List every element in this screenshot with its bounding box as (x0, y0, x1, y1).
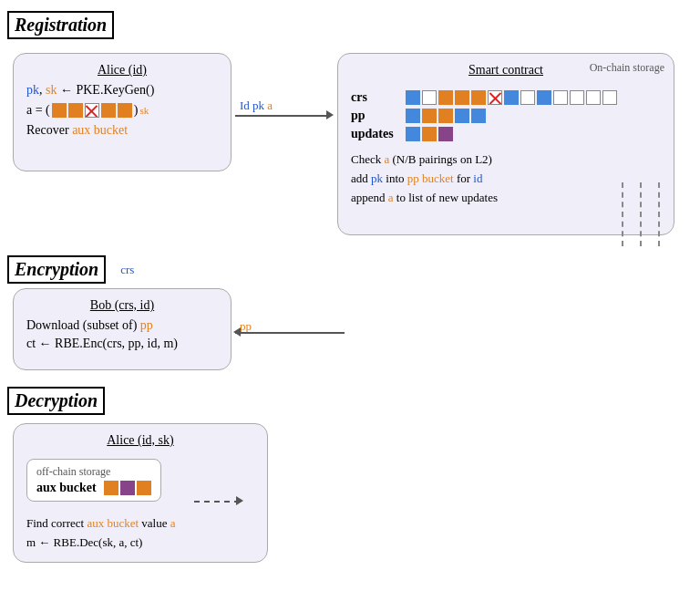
alice-decryption-box: Alice (id, sk) off-chain storage aux buc… (13, 423, 268, 563)
arrow-label-reg: Id pk a (240, 98, 273, 113)
registration-title: Registration (7, 11, 114, 39)
upd-b3 (438, 127, 453, 141)
dashed-arrow-aux (194, 501, 240, 503)
crs-b3 (438, 90, 453, 105)
enc-line: ct ← RBE.Enc(crs, pp, id, m) (26, 337, 218, 351)
crs-b4 (455, 90, 469, 105)
alice-registration-title: Alice (id) (26, 63, 218, 78)
download-line: Download (subset of) pp (26, 318, 218, 333)
upd-b1 (406, 127, 420, 141)
crs-b2 (422, 90, 437, 105)
decryption-title: Decryption (7, 387, 105, 415)
upd-b2 (422, 127, 437, 141)
arrowhead-enc (233, 327, 241, 337)
arrow-line-enc (235, 332, 345, 334)
alice-registration-box: Alice (id) pk, sk ← PKE.KeyGen() a = ( )… (13, 53, 232, 171)
pp-b5 (471, 109, 486, 123)
smart-contract-box: Smart contract On-chain storage crs (337, 53, 674, 235)
aux-b3 (137, 481, 151, 495)
diagram-container: Registration Alice (id) pk, sk ← PKE.Key… (0, 0, 700, 591)
bob-title: Bob (crs, id) (26, 298, 218, 313)
check-text: Check a (N/B pairings on L2) add pk into… (351, 150, 661, 207)
aux-bucket-label: aux bucket (36, 481, 97, 495)
updates-row: updates (351, 127, 661, 141)
crs-b9 (553, 90, 568, 105)
offchain-storage-box: off-chain storage aux bucket (26, 459, 161, 502)
block-1 (52, 103, 67, 118)
arrow-line-reg (235, 115, 331, 117)
pp-b1 (406, 109, 420, 123)
dashed-arrowhead (236, 496, 243, 505)
aux-b1 (104, 481, 118, 495)
crs-enc-label: crs (120, 263, 134, 277)
dashed-sep3 (658, 182, 660, 246)
crs-b10 (570, 90, 584, 105)
crs-row: crs (351, 90, 661, 105)
crs-b5 (471, 90, 486, 105)
block-redx (85, 103, 99, 118)
dashed-sep2 (640, 182, 642, 246)
dec-text: Find correct aux bucket value a m ← RBE.… (26, 514, 254, 553)
dashed-sep1 (622, 182, 623, 246)
crs-b7 (520, 90, 535, 105)
keygen-line: pk, sk ← PKE.KeyGen() (26, 83, 218, 98)
block-3 (101, 103, 116, 118)
crs-b8 (537, 90, 551, 105)
block-2 (68, 103, 83, 118)
encryption-section-header: Encryption crs (7, 255, 134, 284)
aux-b2 (120, 481, 135, 495)
crs-b6 (504, 90, 519, 105)
offchain-label: off-chain storage (36, 465, 151, 479)
crs-b11 (586, 90, 601, 105)
aux-bucket-row: aux bucket (36, 481, 151, 495)
pp-b2 (422, 109, 437, 123)
on-chain-label: On-chain storage (590, 61, 664, 75)
recover-line: Recover aux bucket (26, 123, 218, 138)
arrowhead-reg (326, 110, 334, 119)
a-line: a = ( ) sk (26, 103, 218, 118)
bob-box: Bob (crs, id) Download (subset of) pp ct… (13, 288, 232, 370)
pp-b4 (455, 109, 469, 123)
alice-dec-title: Alice (id, sk) (26, 433, 254, 448)
crs-b12 (602, 90, 617, 105)
pp-row: pp (351, 109, 661, 123)
block-4 (118, 103, 132, 118)
crs-b1 (406, 90, 420, 105)
pp-b3 (438, 109, 453, 123)
crs-redx (488, 90, 502, 105)
